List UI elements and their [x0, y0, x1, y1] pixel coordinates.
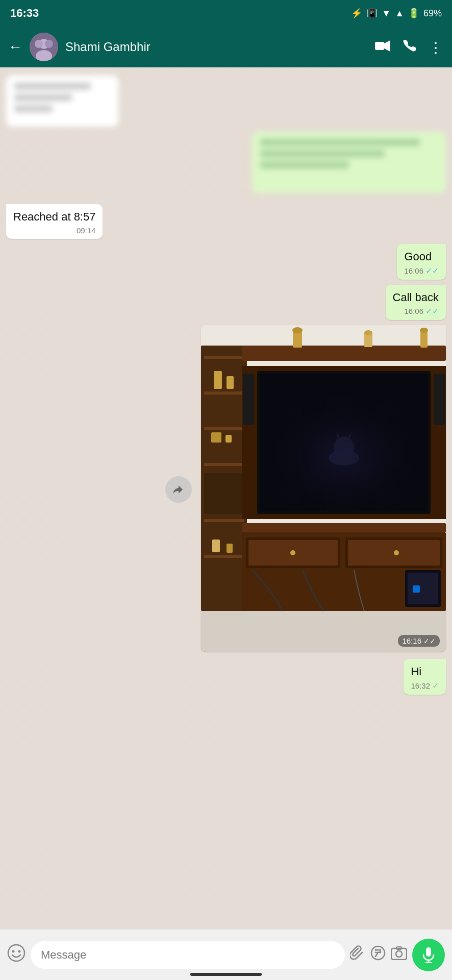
battery-icon: 🔋 — [408, 8, 419, 19]
svg-point-27 — [364, 330, 372, 335]
message-reached: Reached at 8:57 09:14 — [6, 204, 103, 239]
message-time: 09:14 — [77, 226, 96, 235]
message-meta: 09:14 — [13, 226, 95, 235]
message-hi: Hi 16:32 ✓ — [404, 659, 446, 695]
svg-rect-50 — [413, 585, 420, 593]
svg-rect-28 — [420, 330, 428, 348]
svg-rect-40 — [242, 523, 446, 532]
forward-button[interactable] — [165, 476, 192, 503]
bottom-spacer — [6, 700, 446, 756]
attach-button[interactable] — [350, 945, 365, 964]
emoji-button[interactable] — [7, 944, 26, 966]
call-button[interactable] — [403, 39, 416, 56]
svg-rect-14 — [204, 519, 244, 522]
image-time: 16:16 — [402, 636, 421, 645]
chat-area: Reached at 8:57 09:14 Good 16:06 ✓✓ Call… — [0, 67, 452, 929]
message-callback: Call back 16:06 ✓✓ — [386, 285, 446, 321]
message-input-field[interactable] — [31, 941, 345, 969]
svg-rect-15 — [204, 555, 244, 558]
vibrate-icon: 📳 — [366, 8, 378, 19]
svg-point-53 — [18, 950, 21, 953]
message-input-bar — [0, 929, 452, 980]
message-text: Hi — [411, 665, 421, 678]
message-time: 16:06 — [404, 266, 423, 275]
svg-rect-49 — [408, 573, 438, 604]
message-time: 16:06 — [404, 307, 423, 315]
svg-rect-10 — [204, 356, 244, 359]
svg-rect-21 — [227, 544, 233, 553]
blurred-received-message — [6, 76, 118, 127]
blurred-messages — [6, 76, 446, 193]
message-text: Call back — [393, 291, 439, 304]
message-meta: 16:32 ✓ — [411, 681, 439, 691]
image-tick: ✓✓ — [423, 637, 436, 645]
svg-point-44 — [290, 550, 295, 555]
status-bar: 16:33 ⚡ 📳 ▼ ▲ 🔋 69% — [0, 0, 452, 27]
svg-rect-20 — [212, 540, 220, 552]
svg-rect-17 — [227, 376, 234, 389]
svg-rect-55 — [391, 948, 407, 960]
status-icons: ⚡ 📳 ▼ ▲ 🔋 69% — [351, 8, 442, 19]
chat-header: ← Shami Gambhir ⋮ — [0, 27, 452, 67]
image-time-overlay: 16:16 ✓✓ — [398, 635, 440, 647]
rupee-button[interactable] — [370, 945, 386, 964]
svg-point-29 — [420, 328, 428, 333]
video-call-button[interactable] — [375, 39, 390, 55]
contact-avatar[interactable] — [30, 33, 58, 61]
camera-button[interactable] — [391, 946, 407, 964]
header-action-icons: ⋮ — [375, 38, 444, 56]
message-text: Reached at 8:57 — [13, 210, 95, 223]
svg-rect-22 — [204, 473, 244, 514]
svg-rect-23 — [242, 346, 446, 361]
svg-rect-18 — [211, 432, 221, 443]
svg-point-52 — [12, 950, 15, 953]
svg-rect-5 — [375, 42, 384, 50]
svg-point-3 — [35, 40, 43, 48]
svg-rect-11 — [204, 391, 244, 395]
bluetooth-icon: ⚡ — [351, 8, 362, 19]
svg-point-47 — [394, 550, 399, 555]
message-image[interactable]: 16:16 ✓✓ — [201, 325, 446, 652]
message-good: Good 16:06 ✓✓ — [397, 244, 446, 280]
back-button[interactable]: ← — [8, 39, 22, 55]
svg-rect-39 — [434, 374, 445, 425]
mic-button[interactable] — [412, 939, 445, 971]
contact-name[interactable]: Shami Gambhir — [65, 40, 368, 54]
double-tick-blue: ✓✓ — [425, 306, 439, 316]
battery-percentage: 69% — [423, 8, 442, 19]
avatar-image — [30, 33, 58, 61]
tv-unit-image — [201, 325, 446, 652]
signal-icon: ▲ — [395, 8, 404, 19]
svg-rect-58 — [426, 947, 431, 957]
svg-point-56 — [396, 951, 402, 957]
svg-point-4 — [45, 40, 53, 48]
svg-rect-13 — [204, 463, 244, 466]
svg-rect-38 — [260, 374, 428, 511]
svg-rect-12 — [204, 427, 244, 430]
blurred-sent-message — [252, 132, 446, 193]
message-meta: 16:06 ✓✓ — [393, 306, 439, 316]
svg-point-51 — [8, 945, 24, 961]
svg-rect-31 — [243, 374, 254, 425]
svg-rect-16 — [214, 371, 222, 389]
home-indicator — [190, 973, 262, 976]
wifi-icon: ▼ — [382, 8, 391, 19]
message-meta: 16:06 ✓✓ — [404, 266, 439, 276]
message-time: 16:32 — [411, 681, 430, 690]
svg-rect-19 — [225, 435, 232, 443]
svg-marker-6 — [384, 40, 390, 52]
menu-button[interactable]: ⋮ — [428, 38, 444, 56]
message-text: Good — [404, 250, 432, 263]
message-image-wrapper: 16:16 ✓✓ — [201, 325, 446, 654]
status-time: 16:33 — [10, 7, 39, 20]
single-tick-grey: ✓ — [432, 681, 439, 691]
svg-point-25 — [292, 327, 303, 333]
double-tick-blue: ✓✓ — [425, 266, 439, 276]
